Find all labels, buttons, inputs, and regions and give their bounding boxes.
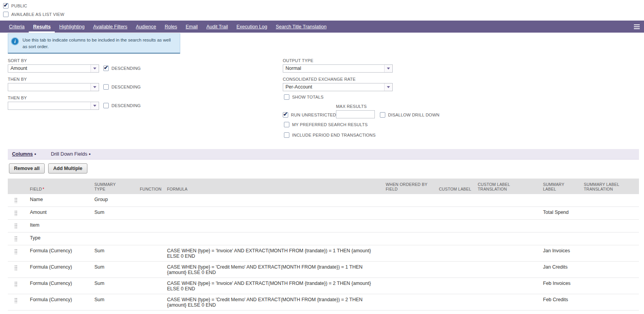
cell-formula[interactable]: CASE WHEN {type} = 'Credit Memo' AND EXT…: [164, 261, 383, 278]
drag-handle-icon[interactable]: [14, 236, 17, 241]
subtab-columns[interactable]: Columns•: [12, 151, 36, 157]
cell-when-ordered-by-field[interactable]: [383, 194, 436, 207]
cell-custom-label[interactable]: [436, 261, 475, 278]
cell-custom-label[interactable]: [436, 219, 475, 232]
cell-summary-label-translation[interactable]: [581, 232, 639, 245]
drag-handle-icon[interactable]: [14, 210, 17, 216]
cell-custom-label-translation[interactable]: [475, 278, 540, 294]
then-by-2-descending-checkbox[interactable]: [103, 103, 109, 108]
tab-criteria[interactable]: Criteria: [5, 21, 29, 33]
cell-function[interactable]: [137, 194, 164, 207]
add-multiple-button[interactable]: Add Multiple: [48, 163, 87, 173]
cell-summary-label[interactable]: Jan Credits: [540, 261, 581, 278]
cell-summary-label-translation[interactable]: [581, 245, 639, 261]
cell-custom-label[interactable]: [436, 232, 475, 245]
remove-all-button[interactable]: Remove all: [9, 163, 45, 173]
cell-summary-label-translation[interactable]: [581, 278, 639, 294]
then-by-1-descending-checkbox[interactable]: [103, 84, 109, 90]
cell-custom-label[interactable]: [436, 194, 475, 207]
drag-handle-icon[interactable]: [14, 223, 17, 229]
cell-when-ordered-by-field[interactable]: [383, 232, 436, 245]
cell-field[interactable]: Formula (Currency): [23, 278, 91, 294]
tab-results[interactable]: Results: [29, 21, 55, 33]
cell-summary-label-translation[interactable]: [581, 194, 639, 207]
cell-function[interactable]: [137, 245, 164, 261]
cell-when-ordered-by-field[interactable]: [383, 219, 436, 232]
cell-function[interactable]: [137, 219, 164, 232]
cell-summary-type[interactable]: Sum: [91, 206, 137, 219]
cell-custom-label-translation[interactable]: [475, 261, 540, 278]
cell-summary-label-translation[interactable]: [581, 261, 639, 278]
run-unrestricted-checkbox[interactable]: [283, 112, 288, 118]
sort-by-select[interactable]: Amount: [8, 64, 99, 73]
my-preferred-search-results-checkbox[interactable]: [284, 122, 289, 127]
cell-field[interactable]: Amount: [23, 206, 91, 219]
cell-field[interactable]: Item: [23, 219, 91, 232]
cell-summary-type[interactable]: Sum: [91, 261, 137, 278]
cell-formula[interactable]: [164, 206, 383, 219]
cell-summary-type[interactable]: Group: [91, 194, 137, 207]
cell-field[interactable]: Formula (Currency): [23, 294, 91, 310]
cell-summary-type[interactable]: Sum: [91, 278, 137, 294]
tab-search-title-translation[interactable]: Search Title Translation: [272, 21, 331, 33]
cell-field[interactable]: Formula (Currency): [23, 245, 91, 261]
available-as-list-view-checkbox[interactable]: [3, 12, 9, 17]
cell-formula[interactable]: [164, 219, 383, 232]
cell-field[interactable]: Formula (Currency): [23, 261, 91, 278]
cell-function[interactable]: [137, 206, 164, 219]
cell-custom-label[interactable]: [436, 294, 475, 310]
drag-handle-icon[interactable]: [14, 281, 17, 287]
cell-field[interactable]: Type: [23, 232, 91, 245]
cell-when-ordered-by-field[interactable]: [383, 294, 436, 310]
output-type-select[interactable]: Normal: [283, 64, 393, 73]
tab-execution-log[interactable]: Execution Log: [232, 21, 272, 33]
cell-formula[interactable]: CASE WHEN {type} = 'Invoice' AND EXTRACT…: [164, 245, 383, 261]
cell-custom-label[interactable]: [436, 278, 475, 294]
drag-handle-icon[interactable]: [14, 248, 17, 254]
then-by-2-select[interactable]: [8, 102, 99, 110]
cell-summary-type[interactable]: [91, 232, 137, 245]
drag-handle-icon[interactable]: [14, 197, 17, 203]
cell-summary-type[interactable]: [91, 219, 137, 232]
cell-summary-label[interactable]: Total Spend: [540, 206, 581, 219]
cell-function[interactable]: [137, 278, 164, 294]
cell-summary-label[interactable]: [540, 232, 581, 245]
cell-function[interactable]: [137, 232, 164, 245]
dropdown-arrow-icon[interactable]: [384, 65, 392, 72]
show-totals-checkbox[interactable]: [284, 94, 289, 100]
disallow-drill-down-checkbox[interactable]: [380, 112, 385, 118]
include-period-end-transactions-checkbox[interactable]: [284, 132, 289, 138]
tab-audience[interactable]: Audience: [132, 21, 160, 33]
cell-summary-label[interactable]: Feb Credits: [540, 294, 581, 310]
then-by-1-select[interactable]: [8, 83, 99, 91]
dropdown-arrow-icon[interactable]: [91, 83, 99, 91]
cell-summary-label[interactable]: Jan Invoices: [540, 245, 581, 261]
subtab-drill-down-fields[interactable]: Drill Down Fields•: [51, 151, 91, 157]
cell-when-ordered-by-field[interactable]: [383, 245, 436, 261]
cell-custom-label[interactable]: [436, 206, 475, 219]
tab-email[interactable]: Email: [181, 21, 202, 33]
cell-custom-label-translation[interactable]: [475, 232, 540, 245]
dropdown-arrow-icon[interactable]: [384, 83, 392, 91]
tab-roles[interactable]: Roles: [160, 21, 181, 33]
cell-custom-label[interactable]: [436, 245, 475, 261]
cell-formula[interactable]: CASE WHEN {type} = 'Credit Memo' AND EXT…: [164, 294, 383, 310]
cell-custom-label-translation[interactable]: [475, 294, 540, 310]
cell-summary-label[interactable]: Feb Invoices: [540, 278, 581, 294]
cell-formula[interactable]: [164, 232, 383, 245]
cell-when-ordered-by-field[interactable]: [383, 278, 436, 294]
cell-summary-type[interactable]: Sum: [91, 294, 137, 310]
cell-formula[interactable]: CASE WHEN {type} = 'Invoice' AND EXTRACT…: [164, 278, 383, 294]
cell-custom-label-translation[interactable]: [475, 194, 540, 207]
cell-when-ordered-by-field[interactable]: [383, 261, 436, 278]
sort-by-descending-checkbox[interactable]: [103, 66, 109, 71]
cell-formula[interactable]: [164, 194, 383, 207]
drag-handle-icon[interactable]: [14, 297, 17, 303]
public-checkbox[interactable]: [3, 3, 9, 9]
tab-available-filters[interactable]: Available Filters: [89, 21, 132, 33]
tab-highlighting[interactable]: Highlighting: [55, 21, 89, 33]
cell-function[interactable]: [137, 261, 164, 278]
cell-summary-label-translation[interactable]: [581, 219, 639, 232]
cell-custom-label-translation[interactable]: [475, 219, 540, 232]
dropdown-arrow-icon[interactable]: [91, 102, 99, 109]
